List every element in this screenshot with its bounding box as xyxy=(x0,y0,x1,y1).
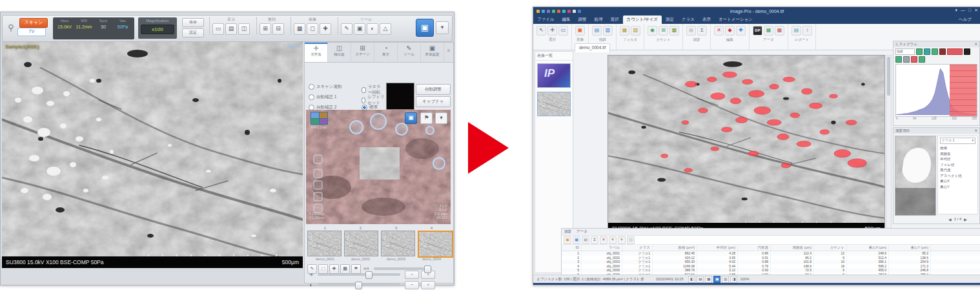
ribbon-icon-button[interactable]: ▧ xyxy=(631,26,640,36)
table-column-header[interactable]: 重心Y (µm) xyxy=(889,245,931,251)
thumb-size-slider-thumb[interactable] xyxy=(424,265,431,273)
table-tool-icon[interactable]: ✕ xyxy=(600,236,607,244)
measurement-item[interactable]: 周囲長 xyxy=(940,151,975,157)
ribbon-tab[interactable]: 選択 xyxy=(607,16,623,24)
ribbon-tab[interactable]: クラス xyxy=(678,16,699,24)
histogram-chart[interactable] xyxy=(895,64,977,117)
ribbon-tab[interactable]: 表示 xyxy=(699,16,715,24)
toolbar-icon-button[interactable]: ◫ xyxy=(238,23,250,35)
threshold-color-button[interactable] xyxy=(911,56,917,63)
table-column-header[interactable]: 周囲長 (µm) xyxy=(771,245,814,251)
panel-tabs-overflow-button[interactable]: ≡ xyxy=(444,43,453,62)
toolbar-icon-button[interactable]: ◻ xyxy=(307,23,318,35)
threshold-color-button[interactable] xyxy=(895,56,902,63)
ribbon-icon-button[interactable]: Σ xyxy=(697,26,707,36)
measurement-item[interactable]: 真円度 xyxy=(940,167,975,173)
ribbon-tab[interactable]: 処理 xyxy=(591,16,607,24)
ribbon-tab-help[interactable]: ヘルプ xyxy=(955,16,975,24)
table-panel-tab[interactable]: 測定 xyxy=(564,229,571,235)
ribbon-icon-button[interactable]: DP xyxy=(753,26,762,36)
control-panel-tab[interactable]: ◔真空 xyxy=(374,43,398,62)
measurement-item[interactable]: アスペクト比 xyxy=(940,173,975,179)
ribbon-icon-button[interactable]: ▦ xyxy=(775,26,784,36)
toolbar-icon-button[interactable]: ✚ xyxy=(320,23,331,35)
toolbar-icon-button[interactable]: ▦ xyxy=(294,23,305,35)
table-column-header[interactable]: 円形度 xyxy=(738,245,771,251)
table-column-header[interactable]: 面積 (µm²) xyxy=(653,245,697,251)
ribbon-icon-button[interactable]: ▥ xyxy=(603,26,613,36)
ribbon-tab[interactable]: 編集 xyxy=(558,16,575,24)
threshold-color-button[interactable] xyxy=(924,48,930,55)
measurement-item[interactable]: 重心Y xyxy=(940,184,975,190)
toolbar-icon-button[interactable]: △ xyxy=(380,23,391,35)
control-panel-tab[interactable]: ◫検出器 xyxy=(328,43,351,62)
threshold-color-button[interactable] xyxy=(903,56,910,63)
close-icon[interactable]: ✕ xyxy=(974,8,978,13)
radio-icon[interactable] xyxy=(362,98,365,103)
table-tool-icon[interactable]: ▼ xyxy=(609,236,617,244)
thumb-toolbar-icon[interactable]: ⚑ xyxy=(351,264,361,274)
background-color-swatch[interactable] xyxy=(964,48,970,55)
ribbon-icon-button[interactable]: ✕ xyxy=(714,26,724,36)
close-icon[interactable]: ✕ xyxy=(974,41,977,47)
radio-icon[interactable] xyxy=(309,94,314,100)
toolbar-icon-button[interactable]: ▣ xyxy=(354,23,365,35)
ribbon-icon-button[interactable]: ◆ xyxy=(725,26,735,36)
nav-mode-button[interactable]: ▣ xyxy=(405,112,417,124)
view-mode-icon[interactable]: ▣ xyxy=(713,276,720,283)
ribbon-icon-button[interactable]: ⊞ xyxy=(658,26,668,36)
table-column-header[interactable]: クラス xyxy=(622,245,653,251)
scan-button[interactable]: スキャン xyxy=(19,18,48,28)
threshold-color-button[interactable] xyxy=(932,48,938,55)
analysis-image-viewport[interactable]: SU3800 15.0kV x100 BSE-COMP 50Pa 500μm xyxy=(607,55,885,234)
measurement-item[interactable]: 重心X xyxy=(940,178,975,184)
ribbon-icon-button[interactable]: ▤ xyxy=(791,26,801,36)
toolbar-icon-button[interactable]: ⊞ xyxy=(260,23,271,35)
image-thumbnail[interactable] xyxy=(307,231,342,256)
ribbon-tab[interactable]: 測定 xyxy=(662,16,678,24)
object-preview[interactable] xyxy=(895,136,936,216)
table-panel-tab[interactable]: データ xyxy=(577,229,587,235)
control-panel-tab[interactable]: ⊞ステージ xyxy=(351,43,374,62)
ribbon-icon-button[interactable]: ◎ xyxy=(686,26,696,36)
option-row[interactable]: 自動補正 1 xyxy=(309,94,336,100)
threshold-color-button[interactable] xyxy=(919,56,925,63)
toolbar-icon-button[interactable]: ▭ xyxy=(212,23,224,35)
pager-arrow-icon[interactable]: ◀ xyxy=(948,217,952,222)
table-tool-icon[interactable]: Σ xyxy=(591,236,598,244)
magnification-value[interactable]: x100 xyxy=(141,25,174,34)
measurement-item[interactable]: 平均径 xyxy=(940,156,975,162)
nav-delete-button[interactable]: ▾ xyxy=(435,112,447,124)
capture-button[interactable]: ▣ xyxy=(416,19,434,37)
image-thumbnail[interactable] xyxy=(418,231,453,258)
window-control-icon[interactable]: □ xyxy=(968,8,971,13)
pager-arrow-icon[interactable]: ▶ xyxy=(964,217,967,222)
stage-navigation-camera[interactable]: MAP 2.5mm ▣ ⚑ ▾ X 2.500mmY 1.250mm T 0.0… xyxy=(306,110,451,224)
slider-minus-button[interactable]: − xyxy=(405,281,419,289)
view-mode-icon[interactable]: ▦ xyxy=(705,276,712,283)
ribbon-icon-button[interactable]: ◉ xyxy=(648,26,657,36)
table-column-header[interactable]: 重心X (µm) xyxy=(847,245,889,251)
table-tool-icon[interactable]: ▼ xyxy=(618,236,626,244)
view-mode-icon[interactable]: ◨ xyxy=(730,276,737,283)
view-mode-icon[interactable]: ▤ xyxy=(697,276,704,283)
control-panel-tab[interactable]: ✎ツール xyxy=(398,43,421,62)
thumb-toolbar-icon[interactable]: ▦ xyxy=(340,264,350,274)
view-mode-icon[interactable]: ▥ xyxy=(722,276,729,283)
view-mode-icon[interactable]: ◧ xyxy=(688,276,695,283)
table-column-header[interactable]: ラベル xyxy=(582,245,622,251)
toolbar-icon-button[interactable]: ⊟ xyxy=(272,23,284,35)
thumb-toolbar-icon[interactable]: ⬚ xyxy=(318,264,328,274)
thumb-toolbar-icon[interactable]: ✎ xyxy=(307,264,317,274)
radio-icon[interactable] xyxy=(362,87,366,93)
thumb-toolbar-icon[interactable]: ✚ xyxy=(329,264,339,274)
control-panel-tab[interactable]: ✛光学系 xyxy=(305,43,328,62)
ribbon-icon-button[interactable]: ↕ xyxy=(802,26,812,36)
preview-pager[interactable]: ◀1 / 4▶ xyxy=(937,216,978,222)
ribbon-icon-button[interactable]: ✚ xyxy=(736,26,746,36)
document-tab[interactable]: demo_0004.tif xyxy=(575,43,610,52)
threshold-color-button[interactable] xyxy=(916,48,923,55)
toolbar-side-button[interactable]: 保存 xyxy=(182,18,204,27)
ribbon-icon-button[interactable]: ↖ xyxy=(536,26,546,36)
toolbar-icon-button[interactable]: ✎ xyxy=(341,23,352,35)
